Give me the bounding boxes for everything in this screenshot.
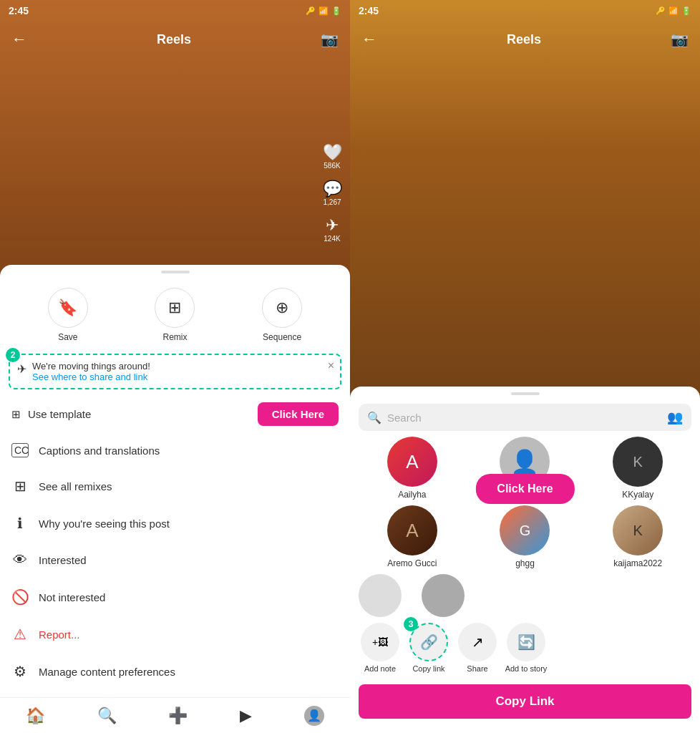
share-icon: ↗ bbox=[458, 623, 497, 661]
nav-reels-icon[interactable]: ▶ bbox=[240, 707, 252, 725]
left-camera-icon[interactable]: 📷 bbox=[321, 31, 339, 48]
search-input[interactable]: Search bbox=[387, 412, 661, 424]
use-template-left: ⊞ Use template bbox=[11, 408, 91, 421]
contacts-grid: A Aailyha 👤 Manoj soni K KKyalay A bbox=[350, 437, 700, 574]
report-menu-item[interactable]: ⚠ Report... bbox=[0, 616, 350, 653]
report-icon: ⚠ bbox=[11, 626, 29, 643]
tooltip-badge: 2 bbox=[6, 348, 20, 362]
manage-icon: ⚙ bbox=[11, 663, 29, 680]
add-to-story-label: Add to story bbox=[505, 664, 548, 673]
contact-ghgg[interactable]: G ghgg bbox=[472, 505, 579, 568]
copy-link-action[interactable]: 🔗 3 Copy link bbox=[407, 623, 450, 673]
use-template-label: Use template bbox=[28, 408, 91, 420]
contact-kaijama[interactable]: K kaijama2022 bbox=[584, 505, 691, 568]
right-back-button[interactable]: ← bbox=[361, 30, 377, 49]
nav-search-icon[interactable]: 🔍 bbox=[97, 707, 117, 725]
not-interested-label: Not interested bbox=[39, 591, 105, 603]
remixes-menu-item[interactable]: ⊞ See all remixes bbox=[0, 467, 350, 505]
left-bottom-nav: 🏠 🔍 ➕ ▶ 👤 bbox=[0, 697, 350, 733]
captions-menu-item[interactable]: CC Captions and translations bbox=[0, 433, 350, 467]
action-buttons-row: + 🖼 Add note 🔗 3 Copy link ↗ Share bbox=[350, 617, 700, 679]
info-icon: ℹ bbox=[11, 515, 29, 532]
more-contact-2[interactable] bbox=[422, 574, 465, 617]
contact-avatar-aailyha: A bbox=[387, 437, 437, 487]
comment-icon[interactable]: 💬 1,267 bbox=[323, 180, 342, 206]
search-bar[interactable]: 🔍 Search 👥 bbox=[359, 404, 691, 431]
remix-icon: ⊞ bbox=[155, 288, 195, 328]
copy-link-wrapper: 🔗 3 bbox=[409, 623, 448, 661]
save-label: Save bbox=[58, 332, 77, 342]
remix-action[interactable]: ⊞ Remix bbox=[155, 288, 195, 342]
report-label: Report... bbox=[39, 628, 80, 641]
contact-name-kaijama: kaijama2022 bbox=[613, 558, 662, 568]
sheet-handle bbox=[161, 271, 190, 273]
add-to-story-action[interactable]: 🔄 Add to story bbox=[505, 623, 548, 673]
right-sheet-handle bbox=[511, 392, 540, 395]
left-time: 2:45 bbox=[9, 5, 29, 16]
like-count: 586K bbox=[324, 162, 340, 170]
left-bottom-sheet: 🔖 Save ⊞ Remix ⊕ Sequence 2 ✈ We're movi… bbox=[0, 265, 350, 697]
save-icon: 🔖 bbox=[48, 288, 88, 328]
add-note-icon: + 🖼 bbox=[361, 623, 399, 661]
not-interested-menu-item[interactable]: 🚫 Not interested bbox=[0, 578, 350, 616]
comment-count: 1,267 bbox=[323, 198, 341, 206]
click-here-button-right[interactable]: Click Here bbox=[475, 474, 574, 504]
search-icon: 🔍 bbox=[367, 411, 381, 424]
not-interested-icon: 🚫 bbox=[11, 588, 29, 606]
left-panel: 2:45 🔑 📶 🔋 ← Reels 📷 🤍 586K 💬 1,267 ✈ 12… bbox=[0, 0, 350, 733]
contact-name-aremo: Aremo Gucci bbox=[387, 558, 437, 568]
tooltip-close-button[interactable]: × bbox=[328, 359, 334, 372]
save-action[interactable]: 🔖 Save bbox=[48, 288, 88, 342]
left-header-title: Reels bbox=[157, 32, 191, 47]
right-header: ← Reels 📷 bbox=[350, 21, 700, 57]
add-contact-icon[interactable]: 👥 bbox=[667, 409, 683, 425]
remix-label: Remix bbox=[162, 332, 187, 342]
nav-home-icon[interactable]: 🏠 bbox=[26, 707, 45, 725]
copy-link-label: Copy link bbox=[412, 664, 444, 673]
contact-avatar-kaijama: K bbox=[613, 505, 663, 555]
tooltip-banner: 2 ✈ We're moving things around! See wher… bbox=[9, 354, 341, 389]
sequence-action[interactable]: ⊕ Sequence bbox=[262, 288, 302, 342]
tooltip-line2: See where to share and link bbox=[32, 372, 150, 382]
more-contact-1[interactable] bbox=[359, 574, 402, 617]
add-note-label: Add note bbox=[364, 664, 396, 673]
contact-name-aailyha: Aailyha bbox=[398, 490, 426, 500]
nav-add-icon[interactable]: ➕ bbox=[168, 707, 188, 725]
right-status-icons: 🔑 📶 🔋 bbox=[656, 6, 691, 16]
nav-profile-icon[interactable]: 👤 bbox=[304, 706, 324, 726]
right-time: 2:45 bbox=[359, 5, 379, 16]
contact-avatar-aremo: A bbox=[387, 505, 437, 555]
right-panel: 2:45 🔑 📶 🔋 ← Reels 📷 Click Here 🔍 Search… bbox=[350, 0, 700, 733]
interested-menu-item[interactable]: 👁 Interested bbox=[0, 542, 350, 578]
right-camera-icon[interactable]: 📷 bbox=[671, 31, 689, 48]
badge-three: 3 bbox=[404, 617, 418, 631]
contact-avatar-ghgg: G bbox=[500, 505, 550, 555]
contact-avatar-kkyalay: K bbox=[613, 437, 663, 487]
share-link-icon: ✈ bbox=[17, 362, 26, 376]
contacts-row-more bbox=[350, 574, 700, 617]
contact-aremo[interactable]: A Aremo Gucci bbox=[359, 505, 466, 568]
click-here-button-left[interactable]: Click Here bbox=[258, 402, 339, 426]
manage-content-menu-item[interactable]: ⚙ Manage content preferences bbox=[0, 653, 350, 690]
share-action[interactable]: ↗ Share bbox=[456, 623, 499, 673]
like-icon[interactable]: 🤍 586K bbox=[323, 143, 342, 170]
remixes-icon: ⊞ bbox=[11, 477, 29, 495]
sequence-icon: ⊕ bbox=[262, 288, 302, 328]
left-back-button[interactable]: ← bbox=[11, 30, 27, 49]
left-status-bar: 2:45 🔑 📶 🔋 bbox=[0, 0, 350, 21]
interested-label: Interested bbox=[39, 554, 87, 566]
why-seeing-label: Why you're seeing this post bbox=[39, 518, 170, 530]
copy-link-button[interactable]: Copy Link bbox=[359, 684, 691, 719]
right-header-title: Reels bbox=[507, 32, 541, 47]
captions-icon: CC bbox=[11, 443, 29, 457]
manage-label: Manage content preferences bbox=[39, 666, 175, 678]
contact-aailyha[interactable]: A Aailyha bbox=[359, 437, 466, 500]
contact-name-kkyalay: KKyalay bbox=[622, 490, 653, 500]
tooltip-line1: We're moving things around! bbox=[32, 361, 150, 372]
left-header: ← Reels 📷 bbox=[0, 21, 350, 57]
contact-kkyalay[interactable]: K KKyalay bbox=[584, 437, 691, 500]
why-seeing-menu-item[interactable]: ℹ Why you're seeing this post bbox=[0, 505, 350, 542]
send-icon[interactable]: ✈ 124K bbox=[324, 216, 340, 243]
contact-name-ghgg: ghgg bbox=[515, 558, 535, 568]
add-note-action[interactable]: + 🖼 Add note bbox=[359, 623, 402, 673]
